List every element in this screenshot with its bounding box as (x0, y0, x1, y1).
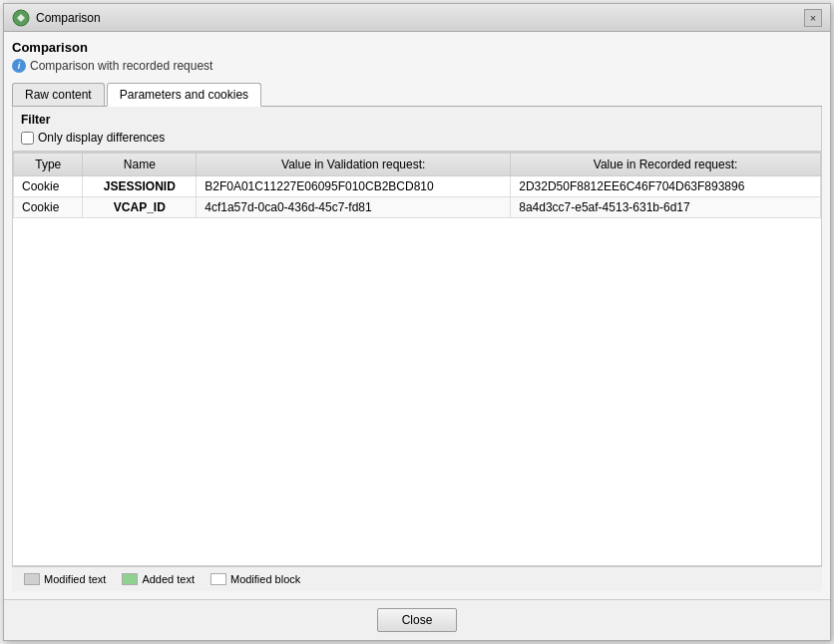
data-table-container: Type Name Value in Validation request: V… (12, 152, 822, 566)
modified-text-label: Modified text (44, 573, 106, 585)
table-row: CookieVCAP_ID4cf1a57d-0ca0-436d-45c7-fd8… (14, 197, 821, 218)
filter-label: Filter (21, 113, 813, 127)
cell-recorded-value: 8a4d3cc7-e5af-4513-631b-6d17 (511, 197, 821, 218)
added-text-swatch (122, 573, 138, 585)
title-bar-left: Comparison (12, 9, 101, 27)
col-header-type: Type (14, 154, 83, 176)
legend-bar: Modified text Added text Modified block (12, 566, 822, 591)
cell-validation-value: B2F0A01C11227E06095F010CB2BCD810 (197, 176, 511, 197)
comparison-subtitle: i Comparison with recorded request (12, 59, 212, 73)
col-header-recorded: Value in Recorded request: (511, 154, 821, 176)
title-bar: Comparison × (4, 4, 830, 32)
table-body: CookieJSESSIONIDB2F0A01C11227E06095F010C… (14, 176, 821, 218)
modified-block-swatch (210, 573, 226, 585)
added-text-label: Added text (142, 573, 195, 585)
subtitle-text: Comparison with recorded request (30, 59, 212, 73)
checkbox-row: Only display differences (21, 131, 813, 145)
footer-bar: Close (4, 599, 830, 640)
cell-name: JSESSIONID (83, 176, 197, 197)
dialog-title: Comparison (36, 11, 101, 25)
header-left: Comparison i Comparison with recorded re… (12, 40, 212, 79)
legend-modified-block: Modified block (210, 573, 300, 585)
tab-raw-content[interactable]: Raw content (12, 83, 105, 106)
close-button[interactable]: Close (377, 608, 458, 632)
modified-block-label: Modified block (230, 573, 300, 585)
legend-added-text: Added text (122, 573, 195, 585)
only-differences-label[interactable]: Only display differences (38, 131, 165, 145)
filter-bar: Filter Only display differences (12, 107, 822, 152)
comparison-title: Comparison (12, 40, 212, 55)
table-row: CookieJSESSIONIDB2F0A01C11227E06095F010C… (14, 176, 821, 197)
cell-type: Cookie (14, 176, 83, 197)
info-icon: i (12, 59, 26, 73)
comparison-dialog: Comparison × Comparison i Comparison wit… (3, 3, 831, 641)
header-area: Comparison i Comparison with recorded re… (12, 40, 822, 79)
tab-parameters-cookies[interactable]: Parameters and cookies (107, 83, 261, 107)
cell-name: VCAP_ID (83, 197, 197, 218)
cell-type: Cookie (14, 197, 83, 218)
comparison-table: Type Name Value in Validation request: V… (13, 153, 821, 218)
close-window-button[interactable]: × (804, 9, 822, 27)
table-header-row: Type Name Value in Validation request: V… (14, 154, 821, 176)
cell-validation-value: 4cf1a57d-0ca0-436d-45c7-fd81 (197, 197, 511, 218)
dialog-body: Comparison i Comparison with recorded re… (4, 32, 830, 599)
tabs-container: Raw content Parameters and cookies (12, 83, 822, 107)
col-header-validation: Value in Validation request: (197, 154, 511, 176)
col-header-name: Name (83, 154, 197, 176)
modified-text-swatch (24, 573, 40, 585)
only-differences-checkbox[interactable] (21, 132, 34, 145)
app-icon (12, 9, 30, 27)
legend-modified-text: Modified text (24, 573, 106, 585)
cell-recorded-value: 2D32D50F8812EE6C46F704D63F893896 (511, 176, 821, 197)
